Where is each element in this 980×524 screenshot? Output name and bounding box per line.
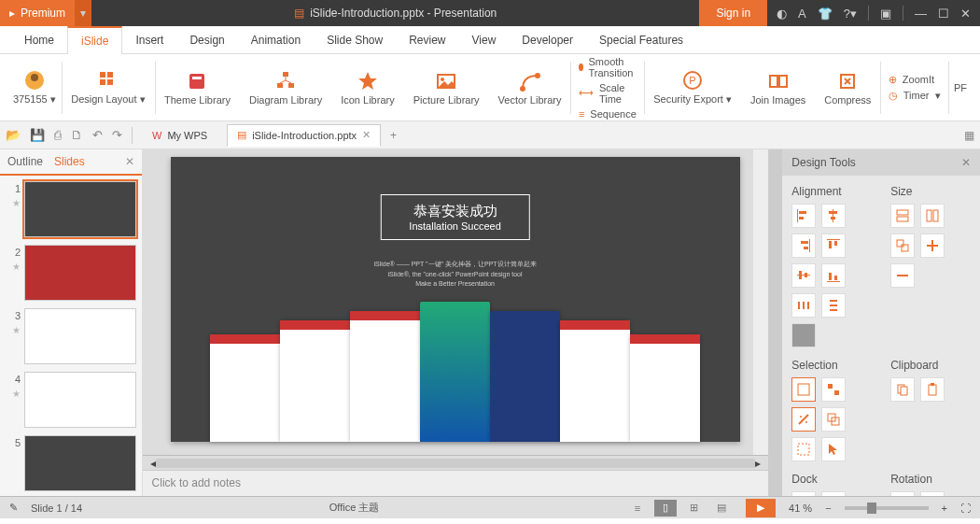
picture-library-button[interactable]: Picture Library: [404, 54, 489, 120]
minimize-icon[interactable]: —: [915, 7, 927, 21]
normal-view-icon[interactable]: ▯: [654, 500, 677, 517]
redo-icon[interactable]: ↷: [112, 128, 122, 142]
thumb-row[interactable]: 3★: [4, 308, 138, 364]
same-size-button[interactable]: [890, 234, 915, 258]
slideshow-button[interactable]: ▶: [746, 499, 776, 517]
pointer-button[interactable]: [821, 437, 846, 461]
vertical-scrollbar[interactable]: [753, 149, 768, 455]
reading-view-icon[interactable]: ▤: [710, 500, 733, 517]
thumb-row[interactable]: 1★: [4, 181, 138, 237]
scale-time-item[interactable]: ⟷Scale Time: [579, 82, 637, 105]
align-center-button[interactable]: [821, 204, 846, 228]
thumbnail-4[interactable]: [24, 372, 136, 428]
shrink-button[interactable]: [890, 263, 915, 288]
zoom-thumb[interactable]: [867, 503, 876, 514]
doc-tab-active[interactable]: ▤ iSlide-Introduction.pptx ✕: [227, 124, 381, 147]
join-images-button[interactable]: Join Images: [741, 54, 815, 120]
copy-button[interactable]: [890, 377, 915, 402]
smooth-transition-item[interactable]: Smooth Transition: [579, 56, 637, 78]
tab-islide[interactable]: iSlide: [67, 26, 122, 54]
canvas-scroll[interactable]: 恭喜安装成功 Installation Succeed iSlide® —— P…: [143, 149, 768, 455]
skin-icon[interactable]: ◐: [777, 7, 787, 21]
align-right-button[interactable]: [791, 234, 816, 258]
dock-right-button[interactable]: [821, 491, 846, 496]
premium-dropdown[interactable]: ▾: [75, 0, 91, 26]
tab-insert[interactable]: Insert: [122, 26, 176, 53]
premium-button[interactable]: ▸ Premium: [0, 0, 75, 26]
outline-tab[interactable]: Outline: [7, 155, 43, 168]
open-icon[interactable]: 📂: [6, 128, 21, 142]
icon-library-button[interactable]: Icon Library: [331, 54, 403, 120]
thumb-row[interactable]: 2★: [4, 245, 138, 301]
font-icon[interactable]: A: [798, 7, 806, 21]
sequence-item[interactable]: ≡Sequence: [579, 108, 637, 120]
align-left-button[interactable]: [791, 204, 816, 228]
zoom-in-icon[interactable]: +: [942, 503, 947, 514]
thumbnail-5[interactable]: [24, 435, 136, 491]
scroll-right-icon[interactable]: ▸: [755, 457, 761, 470]
thumbnail-2[interactable]: [24, 245, 136, 301]
security-export-button[interactable]: P Security Export ▾: [644, 54, 741, 120]
maximize-icon[interactable]: ☐: [938, 7, 949, 21]
more-button[interactable]: PF: [948, 54, 973, 120]
notes-pane[interactable]: Click to add notes: [143, 470, 768, 496]
fit-icon[interactable]: ⛶: [960, 503, 971, 514]
preview-icon[interactable]: 🗋: [71, 128, 83, 142]
align-middle-button[interactable]: [791, 263, 816, 288]
diagram-library-button[interactable]: Diagram Library: [240, 54, 331, 120]
slide-canvas[interactable]: 恭喜安装成功 Installation Succeed iSlide® —— P…: [171, 157, 740, 442]
design-layout-button[interactable]: Design Layout ▾: [62, 54, 154, 120]
thumb-row[interactable]: 4★: [4, 372, 138, 428]
align-top-button[interactable]: [821, 234, 846, 258]
undo-icon[interactable]: ↶: [92, 128, 103, 142]
tab-special[interactable]: Special Features: [586, 26, 696, 53]
tab-developer[interactable]: Developer: [509, 26, 586, 53]
zoom-slider[interactable]: [845, 506, 929, 510]
timer-item[interactable]: ◷Timer ▾: [889, 90, 941, 102]
help-icon[interactable]: ?▾: [844, 7, 857, 21]
thumb-row[interactable]: 5: [4, 435, 138, 491]
horizontal-scrollbar[interactable]: ◂ ▸: [143, 455, 768, 470]
doc-tab-wps[interactable]: W My WPS: [142, 124, 217, 147]
save-icon[interactable]: 💾: [30, 128, 45, 142]
account-group[interactable]: 375155 ▾: [7, 54, 62, 120]
shirt-icon[interactable]: 👕: [818, 7, 833, 21]
thumbnail-1[interactable]: [24, 181, 136, 237]
dock-left-button[interactable]: [791, 491, 816, 496]
notes-view-icon[interactable]: ≡: [626, 500, 649, 517]
hscroll-track[interactable]: [156, 459, 755, 468]
same-width-button[interactable]: [890, 204, 915, 228]
tab-review[interactable]: Review: [396, 26, 458, 53]
spellcheck-icon[interactable]: ✎: [9, 502, 18, 514]
new-tab-icon[interactable]: +: [390, 129, 397, 142]
tab-view[interactable]: View: [459, 26, 510, 53]
compress-button[interactable]: Compress: [815, 54, 880, 120]
tab-design[interactable]: Design: [176, 26, 237, 53]
print-icon[interactable]: ⎙: [54, 128, 62, 142]
sorter-view-icon[interactable]: ⊞: [682, 500, 705, 517]
tab-close-icon[interactable]: ✕: [362, 129, 371, 141]
rotate-left-button[interactable]: [890, 491, 915, 496]
zoomit-item[interactable]: ⊕ZoomIt: [889, 74, 941, 86]
select-group-button[interactable]: [821, 407, 846, 432]
magic-select-button[interactable]: [791, 407, 816, 432]
zoom-out-icon[interactable]: −: [825, 503, 831, 514]
rotate-right-button[interactable]: [920, 491, 945, 496]
distribute-h-button[interactable]: [791, 293, 816, 318]
pane-close-icon[interactable]: ✕: [125, 155, 134, 168]
vector-library-button[interactable]: Vector Library: [489, 54, 571, 120]
grow-button[interactable]: [920, 234, 945, 258]
select-same-button[interactable]: [821, 377, 846, 402]
pane-close-icon[interactable]: ✕: [961, 156, 971, 169]
tab-animation[interactable]: Animation: [238, 26, 314, 53]
paste-button[interactable]: [920, 377, 945, 402]
signin-button[interactable]: Sign in: [699, 0, 767, 26]
select-type-button[interactable]: [791, 377, 816, 402]
same-height-button[interactable]: [920, 204, 945, 228]
thumbnail-3[interactable]: [24, 308, 136, 364]
distribute-v-button[interactable]: [821, 293, 846, 318]
ribbon-toggle-icon[interactable]: ▣: [880, 7, 891, 21]
close-icon[interactable]: ✕: [960, 7, 971, 21]
theme-library-button[interactable]: Theme Library: [155, 54, 240, 120]
slides-tab[interactable]: Slides: [54, 155, 85, 168]
